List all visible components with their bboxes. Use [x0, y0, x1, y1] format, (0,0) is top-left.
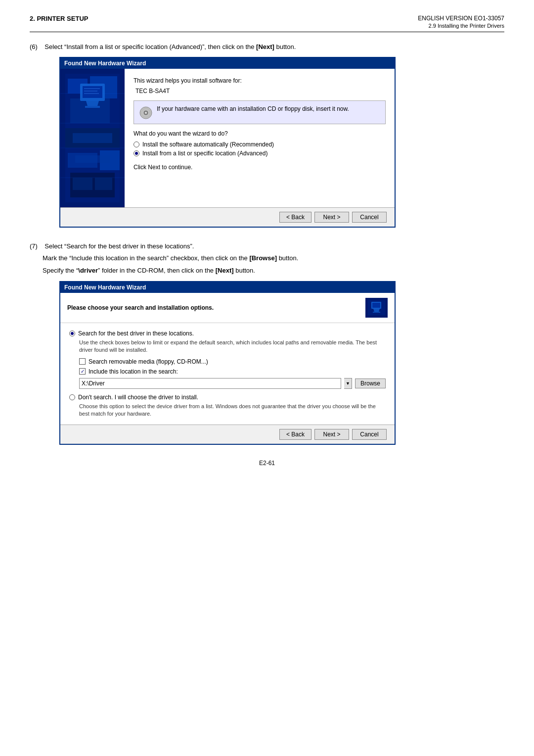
wizard2-body: Search for the best driver in these loca… [60, 323, 395, 425]
wizard2-footer: < Back Next > Cancel [60, 425, 395, 444]
step6-intro-prefix: Select “Install from a list or specific … [44, 43, 256, 50]
wizard1-sidebar [60, 69, 125, 207]
step7-line2: Mark the “Include this location in the s… [43, 253, 504, 264]
wizard1-titlebar: Found New Hardware Wizard [60, 58, 395, 69]
wizard1-back-button[interactable]: < Back [279, 212, 312, 223]
step7-line2-suffix: button. [277, 254, 298, 262]
step7-line1: (7) Select “Search for the best driver i… [30, 241, 504, 252]
step7-line3-suffix2: button. [234, 267, 255, 274]
wizard2-search-section: Search for the best driver in these loca… [69, 330, 386, 389]
wizard2-dialog: Found New Hardware Wizard Please choose … [59, 281, 396, 445]
wizard-sidebar-svg [60, 69, 125, 207]
wizard2-checkbox2[interactable] [79, 368, 86, 375]
wizard2-browse-button[interactable]: Browse [355, 378, 386, 388]
header-version: ENGLISH VERSION EO1-33057 [418, 15, 504, 22]
page-footer: E2-61 [30, 460, 504, 467]
wizard1-body: This wizard helps you install software f… [60, 69, 395, 207]
wizard1-footer: < Back Next > Cancel [60, 207, 395, 227]
wizard2-option1-label: Search for the best driver in these loca… [78, 330, 194, 337]
wizard2-next-button[interactable]: Next > [314, 429, 349, 440]
wizard1-option2[interactable]: Install from a list or specific location… [134, 150, 386, 157]
cd-icon [139, 106, 153, 120]
wizard2-back-button[interactable]: < Back [279, 429, 312, 440]
svg-rect-33 [373, 312, 380, 313]
wizard2-radio2[interactable] [69, 394, 75, 400]
step7-line3-bold2: [Next] [216, 267, 234, 274]
wizard2-radio1[interactable] [69, 331, 75, 336]
step7-intro: (7) Select “Search for the best driver i… [30, 241, 504, 276]
wizard1-dialog: Found New Hardware Wizard [59, 57, 396, 228]
wizard1-option2-label: Install from a list or specific location… [142, 150, 267, 157]
wizard1-cancel-button[interactable]: Cancel [352, 212, 387, 223]
step7-line3: Specify the “\driver” folder in the CD-R… [43, 266, 504, 276]
step6-block: (6) Select “Install from a list or speci… [30, 42, 504, 228]
svg-rect-20 [73, 133, 112, 143]
wizard2-checkbox1-row[interactable]: Search removable media (floppy, CD-ROM..… [79, 358, 386, 365]
wizard1-top-text: This wizard helps you install software f… [134, 77, 386, 85]
wizard1-cd-notice: If your hardware came with an installati… [134, 100, 386, 124]
svg-rect-21 [75, 155, 110, 163]
step6-intro-bold: [Next] [256, 43, 274, 50]
header-section: 2.9 Installing the Printer Drivers [418, 23, 504, 29]
wizard2-checkbox1-label: Search removable media (floppy, CD-ROM..… [89, 358, 208, 365]
wizard1-radio-group: Install the software automatically (Reco… [134, 141, 386, 157]
wizard2-cancel-button[interactable]: Cancel [352, 429, 387, 440]
wizard2-option2-section: Don't search. I will choose the driver t… [69, 394, 386, 418]
svg-rect-16 [85, 106, 100, 108]
svg-rect-23 [95, 178, 112, 190]
svg-rect-14 [83, 86, 102, 98]
wizard2-checkbox1[interactable] [79, 358, 86, 365]
page-header: 2. PRINTER SETUP ENGLISH VERSION EO1-330… [30, 15, 504, 32]
wizard1-radio1[interactable] [134, 142, 139, 147]
wizard1-option1-label: Install the software automatically (Reco… [142, 141, 274, 148]
wizard2-header-title: Please choose your search and installati… [67, 304, 214, 311]
wizard1-click-next: Click Next to continue. [134, 164, 386, 171]
wizard1-next-button[interactable]: Next > [314, 212, 349, 223]
wizard1-content: This wizard helps you install software f… [125, 69, 395, 207]
cd-notice-text: If your hardware came with an installati… [157, 105, 349, 113]
svg-rect-22 [73, 178, 92, 190]
wizard2-checkbox2-row[interactable]: Include this location in the search: [79, 368, 386, 375]
svg-marker-32 [373, 309, 380, 312]
header-left: 2. PRINTER SETUP [30, 15, 88, 22]
step7-block: (7) Select “Search for the best driver i… [30, 241, 504, 445]
wizard2-option2-label: Don't search. I will choose the driver t… [78, 394, 198, 401]
wizard2-header: Please choose your search and installati… [60, 293, 395, 323]
step7-line1-text: Select “Search for the best driver in th… [44, 242, 194, 250]
wizard1-device-name: TEC B-SA4T [134, 88, 386, 94]
wizard2-location-row: ▼ Browse [79, 378, 386, 389]
page-number: E2-61 [259, 460, 275, 467]
step7-line3-suffix: ” folder in the CD-ROM, then click on th… [98, 267, 216, 274]
wizard1-question: What do you want the wizard to do? [134, 130, 386, 137]
wizard2-location-dropdown[interactable]: ▼ [344, 378, 352, 389]
step7-line2-prefix: Mark the “Include this location in the s… [43, 254, 249, 262]
step7-number: (7) [30, 242, 38, 250]
wizard2-checkbox2-label: Include this location in the search: [89, 368, 178, 375]
wizard1-option1[interactable]: Install the software automatically (Reco… [134, 141, 386, 148]
step6-intro-suffix: button. [274, 43, 296, 50]
wizard2-option1-desc: Use the check boxes below to limit or ex… [79, 339, 386, 354]
wizard2-option1[interactable]: Search for the best driver in these loca… [69, 330, 386, 337]
wizard1-radio2[interactable] [134, 150, 139, 156]
wizard2-location-input[interactable] [79, 378, 341, 389]
svg-marker-15 [86, 101, 99, 106]
wizard2-option2-desc: Choose this option to select the device … [79, 403, 386, 418]
wizard2-option2[interactable]: Don't search. I will choose the driver t… [69, 394, 386, 401]
step7-line2-bold: [Browse] [249, 254, 277, 262]
header-right: ENGLISH VERSION EO1-33057 2.9 Installing… [418, 15, 504, 29]
step7-line3-prefix: Specify the “ [43, 267, 78, 274]
step6-number: (6) [30, 43, 38, 50]
step7-line3-bold: \driver [78, 267, 98, 274]
wizard2-titlebar: Found New Hardware Wizard [60, 282, 395, 293]
step6-intro: (6) Select “Install from a list or speci… [30, 42, 504, 52]
svg-rect-31 [372, 303, 380, 308]
wizard2-header-icon [365, 298, 388, 318]
svg-point-26 [145, 112, 147, 114]
